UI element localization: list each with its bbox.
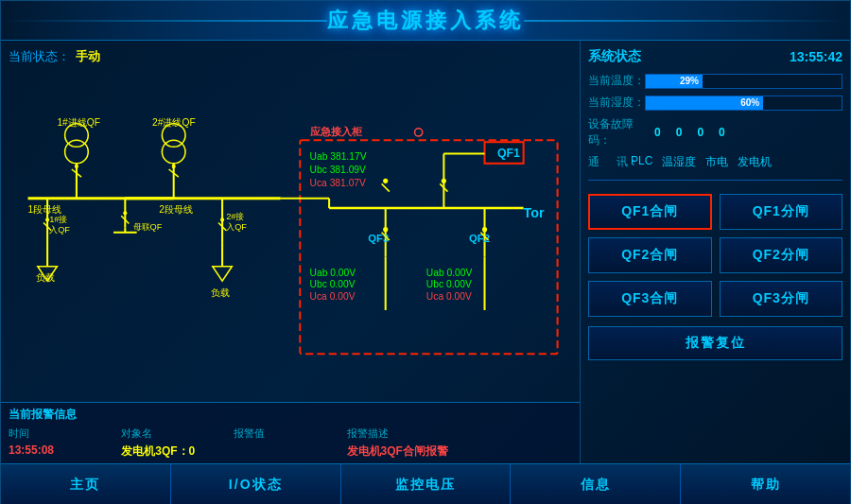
- system-time: 13:55:42: [790, 49, 842, 64]
- alert-col-val: 报警值: [234, 426, 346, 441]
- comm-label1: 通: [588, 154, 617, 170]
- svg-text:Uab  381.17V: Uab 381.17V: [310, 151, 367, 162]
- svg-text:Ubc  0.00V: Ubc 0.00V: [310, 279, 356, 289]
- fault-label: 设备故障码：: [588, 116, 654, 148]
- comm-items: PLC 温湿度 市电 发电机: [631, 154, 772, 170]
- svg-text:2段母线: 2段母线: [159, 204, 193, 215]
- nav-info-button[interactable]: 信息: [511, 464, 681, 504]
- fault-val-2: 0: [676, 126, 683, 139]
- svg-text:QF3: QF3: [368, 233, 389, 244]
- svg-text:Uab  0.00V: Uab 0.00V: [310, 268, 356, 278]
- sys-status-title: 系统状态: [588, 48, 641, 65]
- svg-text:QF1: QF1: [497, 147, 520, 160]
- fault-val-4: 0: [719, 126, 725, 139]
- svg-point-62: [482, 227, 487, 232]
- svg-text:2#进线QF: 2#进线QF: [152, 117, 196, 128]
- comm-label2: 讯：: [617, 154, 631, 170]
- svg-text:1#进线QF: 1#进线QF: [57, 117, 100, 128]
- humidity-value: 60%: [740, 97, 759, 108]
- content-area: 当前状态： 手动 1: [1, 41, 850, 463]
- alert-value: [234, 443, 346, 460]
- diagram-area: 当前状态： 手动 1: [1, 41, 581, 463]
- alert-header-row: 时间 对象名 报警值 报警描述: [9, 426, 572, 441]
- svg-text:Uca  381.07V: Uca 381.07V: [310, 178, 367, 188]
- svg-text:应急接入柜: 应急接入柜: [309, 126, 363, 137]
- svg-text:1#接: 1#接: [49, 216, 67, 225]
- temperature-value: 29%: [680, 76, 699, 86]
- svg-point-25: [172, 165, 176, 168]
- alert-section-title: 当前报警信息: [9, 407, 572, 423]
- status-label: 当前状态：: [9, 48, 70, 65]
- fault-values: 0 0 0 0: [654, 126, 725, 139]
- temperature-bar: 29%: [645, 74, 842, 89]
- humidity-row: 当前湿度： 60%: [588, 95, 842, 111]
- svg-point-34: [220, 217, 224, 221]
- status-bar: 当前状态： 手动: [9, 48, 572, 65]
- fault-val-3: 0: [697, 126, 703, 139]
- alert-col-obj: 对象名: [121, 426, 234, 441]
- qf1-open-button[interactable]: QF1分闸: [720, 194, 843, 230]
- svg-text:入QF: 入QF: [49, 225, 70, 235]
- qf3-open-button[interactable]: QF3分闸: [720, 281, 843, 317]
- sys-status-header: 系统状态 13:55:42: [588, 48, 842, 65]
- svg-text:Uca  0.00V: Uca 0.00V: [310, 291, 356, 302]
- alert-time: 13:55:08: [9, 443, 121, 460]
- svg-text:2#接: 2#接: [226, 212, 244, 221]
- status-value: 手动: [76, 48, 100, 65]
- control-buttons: QF1合闸 QF1分闸 QF2合闸 QF2分闸 QF3合闸 QF3分闸: [588, 194, 842, 317]
- nav-io-status-button[interactable]: I/O状态: [171, 464, 341, 504]
- alert-description: 发电机3QF合闸报警: [347, 443, 572, 460]
- svg-point-51: [442, 179, 446, 183]
- right-panel: 系统状态 13:55:42 当前温度： 29% 当前湿度： 60%: [581, 41, 850, 463]
- comm-item-plc: PLC: [631, 154, 652, 170]
- temperature-bar-fill: 29%: [646, 75, 703, 88]
- qf2-open-button[interactable]: QF2分闸: [720, 237, 843, 273]
- fault-code-row: 设备故障码： 0 0 0 0: [588, 116, 842, 148]
- alert-data-row: 13:55:08 发电机3QF：0 发电机3QF合闸报警: [9, 443, 572, 460]
- nav-monitor-voltage-button[interactable]: 监控电压: [341, 464, 512, 504]
- humidity-bar: 60%: [645, 96, 842, 111]
- divider: [588, 180, 842, 181]
- svg-point-53: [383, 179, 388, 183]
- svg-text:Ubc  381.09V: Ubc 381.09V: [310, 165, 367, 175]
- communication-row: 通 讯： PLC 温湿度 市电 发电机: [588, 154, 842, 170]
- alert-col-time: 时间: [9, 426, 121, 441]
- svg-text:Uca  0.00V: Uca 0.00V: [426, 291, 472, 302]
- svg-text:Tor: Tor: [524, 205, 545, 220]
- alert-section: 当前报警信息 时间 对象名 报警值 报警描述 13:55:08 发电机3QF：0…: [1, 402, 580, 463]
- alert-object: 发电机3QF：0: [121, 443, 234, 460]
- alert-reset-button[interactable]: 报警复位: [588, 326, 842, 360]
- main-container: 应急电源接入系统 当前状态： 手动: [0, 0, 851, 504]
- svg-text:Ubc  0.00V: Ubc 0.00V: [426, 279, 472, 289]
- comm-item-mains: 市电: [705, 154, 728, 170]
- svg-point-28: [123, 211, 127, 215]
- header-left-decoration: [1, 20, 327, 22]
- temperature-label: 当前温度：: [588, 73, 645, 89]
- svg-text:Uab  0.00V: Uab 0.00V: [426, 268, 473, 278]
- temperature-row: 当前温度： 29%: [588, 73, 842, 89]
- svg-text:入QF: 入QF: [226, 222, 247, 232]
- header-right-decoration: [524, 20, 850, 22]
- nav-help-button[interactable]: 帮助: [681, 464, 850, 504]
- humidity-label: 当前湿度：: [588, 95, 645, 111]
- comm-item-generator: 发电机: [738, 154, 772, 170]
- svg-text:母联QF: 母联QF: [133, 222, 163, 232]
- alert-col-desc: 报警描述: [347, 426, 572, 441]
- humidity-bar-fill: 60%: [646, 96, 763, 110]
- comm-item-humidity-sensor: 温湿度: [662, 154, 696, 170]
- page-title: 应急电源接入系统: [327, 7, 524, 35]
- diagram-svg: 1#进线QF 1段母线 1#接: [9, 71, 572, 374]
- svg-text:1段母线: 1段母线: [28, 204, 62, 215]
- header: 应急电源接入系统: [1, 1, 850, 41]
- nav-home-button[interactable]: 主页: [1, 464, 171, 504]
- bottom-nav: 主页 I/O状态 监控电压 信息 帮助: [1, 463, 850, 504]
- svg-point-58: [383, 227, 388, 232]
- svg-text:负载: 负载: [211, 287, 230, 298]
- fault-val-1: 0: [654, 126, 661, 139]
- qf2-close-button[interactable]: QF2合闸: [588, 237, 712, 273]
- qf3-close-button[interactable]: QF3合闸: [588, 281, 712, 317]
- svg-point-9: [75, 165, 78, 168]
- qf1-close-button[interactable]: QF1合闸: [588, 194, 712, 230]
